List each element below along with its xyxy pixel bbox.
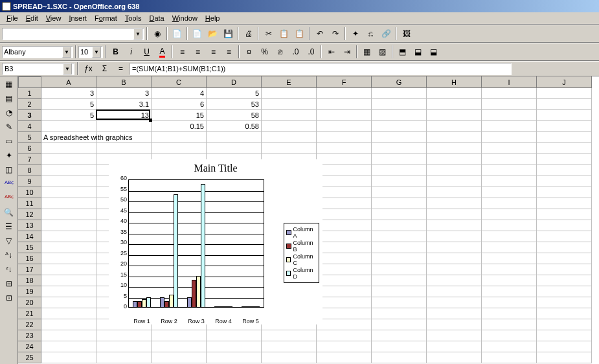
formula-input[interactable]: =(SUM(A1;B1)+SUM(B1;C1)) — [130, 63, 512, 75]
cell-J15[interactable] — [537, 242, 592, 253]
cell-H25[interactable] — [427, 352, 482, 363]
cell-H24[interactable] — [427, 341, 482, 352]
menu-edit[interactable]: Edit — [22, 14, 42, 23]
cell-I17[interactable] — [482, 264, 537, 275]
borders-icon[interactable]: ▦ — [359, 45, 374, 59]
cell-A1[interactable]: 3 — [41, 88, 96, 99]
cell-J4[interactable] — [537, 121, 592, 132]
menu-format[interactable]: Format — [91, 14, 121, 23]
cut-icon[interactable]: ✂ — [261, 27, 276, 41]
column-header-i[interactable]: I — [482, 76, 537, 88]
cell-G11[interactable] — [372, 198, 427, 209]
cell-G3[interactable] — [372, 110, 427, 121]
insert-icon[interactable]: ▦ — [2, 78, 16, 91]
percent-icon[interactable]: % — [257, 45, 272, 59]
row-header-20[interactable]: 20 — [18, 297, 41, 308]
align-right-icon[interactable]: ≡ — [206, 45, 221, 59]
row-header-8[interactable]: 8 — [18, 165, 41, 176]
cell-H8[interactable] — [427, 165, 482, 176]
row-header-14[interactable]: 14 — [18, 231, 41, 242]
column-header-f[interactable]: F — [317, 76, 372, 88]
select-all-corner[interactable] — [18, 76, 41, 88]
row-header-5[interactable]: 5 — [18, 132, 41, 143]
cell-J23[interactable] — [537, 330, 592, 341]
new-icon[interactable]: 📄 — [190, 27, 205, 41]
cell-J25[interactable] — [537, 352, 592, 363]
cell-A5[interactable]: A spreadsheet with graphics — [41, 132, 96, 143]
row-header-18[interactable]: 18 — [18, 275, 41, 286]
cell-I21[interactable] — [482, 308, 537, 319]
draw-icon[interactable]: ✎ — [2, 120, 16, 133]
cell-F6[interactable] — [317, 143, 372, 154]
cell-C24[interactable] — [152, 341, 207, 352]
cell-H20[interactable] — [427, 297, 482, 308]
cell-C4[interactable]: 0.15 — [152, 121, 207, 132]
cell-H18[interactable] — [427, 275, 482, 286]
row-header-12[interactable]: 12 — [18, 209, 41, 220]
autospell-icon[interactable]: ᴬᴮᶜ — [2, 192, 16, 205]
cell-G17[interactable] — [372, 264, 427, 275]
cell-G23[interactable] — [372, 330, 427, 341]
cell-E23[interactable] — [262, 330, 317, 341]
cell-I13[interactable] — [482, 220, 537, 231]
fill-handle[interactable] — [149, 119, 152, 122]
cell-H14[interactable] — [427, 231, 482, 242]
align-top-icon[interactable]: ⬒ — [395, 45, 410, 59]
row-header-24[interactable]: 24 — [18, 341, 41, 352]
cell-G9[interactable] — [372, 176, 427, 187]
cell-I8[interactable] — [482, 165, 537, 176]
cell-J22[interactable] — [537, 319, 592, 330]
row-header-25[interactable]: 25 — [18, 352, 41, 363]
cell-A11[interactable] — [41, 198, 96, 209]
cell-I18[interactable] — [482, 275, 537, 286]
cell-G21[interactable] — [372, 308, 427, 319]
cell-D6[interactable] — [207, 143, 262, 154]
cell-F22[interactable] — [317, 319, 372, 330]
cell-B3[interactable]: 13 — [96, 110, 152, 121]
cell-I7[interactable] — [482, 154, 537, 165]
cell-I12[interactable] — [482, 209, 537, 220]
row-header-10[interactable]: 10 — [18, 187, 41, 198]
cell-A24[interactable] — [41, 341, 96, 352]
gallery-icon[interactable]: 🖼 — [399, 27, 414, 41]
cell-C25[interactable] — [152, 352, 207, 363]
row-header-7[interactable]: 7 — [18, 154, 41, 165]
hyperlink-icon[interactable]: 🔗 — [379, 27, 394, 41]
cell-A6[interactable] — [41, 143, 96, 154]
add-decimal-icon[interactable]: .0 — [288, 45, 303, 59]
cell-J7[interactable] — [537, 154, 592, 165]
cell-G16[interactable] — [372, 253, 427, 264]
cell-J9[interactable] — [537, 176, 592, 187]
cell-C23[interactable] — [152, 330, 207, 341]
cell-I5[interactable] — [482, 132, 537, 143]
cell-A3[interactable]: 5 — [41, 110, 96, 121]
cell-J17[interactable] — [537, 264, 592, 275]
cell-D4[interactable]: 0.58 — [207, 121, 262, 132]
copy-icon[interactable]: 📋 — [277, 27, 291, 41]
bold-icon[interactable]: B — [108, 45, 123, 59]
row-header-19[interactable]: 19 — [18, 286, 41, 297]
column-header-h[interactable]: H — [427, 76, 482, 88]
menu-tools[interactable]: Tools — [121, 14, 146, 23]
stop-icon[interactable]: ◉ — [150, 27, 164, 41]
cell-H9[interactable] — [427, 176, 482, 187]
cell-B6[interactable] — [96, 143, 152, 154]
align-justify-icon[interactable]: ≡ — [221, 45, 236, 59]
insert-cells-icon[interactable]: ▤ — [2, 92, 16, 105]
cell-H22[interactable] — [427, 319, 482, 330]
standard-format-icon[interactable]: ⎚ — [273, 45, 288, 59]
cell-H6[interactable] — [427, 143, 482, 154]
row-header-13[interactable]: 13 — [18, 220, 41, 231]
underline-icon[interactable]: U — [139, 45, 154, 59]
row-header-21[interactable]: 21 — [18, 308, 41, 319]
cell-A15[interactable] — [41, 242, 96, 253]
cell-F15[interactable] — [317, 242, 372, 253]
cell-G20[interactable] — [372, 297, 427, 308]
cell-I4[interactable] — [482, 121, 537, 132]
cell-J3[interactable] — [537, 110, 592, 121]
cell-C1[interactable]: 4 — [152, 88, 207, 99]
column-header-g[interactable]: G — [372, 76, 427, 88]
cell-I24[interactable] — [482, 341, 537, 352]
cell-F25[interactable] — [317, 352, 372, 363]
theme-icon[interactable]: ◫ — [2, 163, 16, 176]
